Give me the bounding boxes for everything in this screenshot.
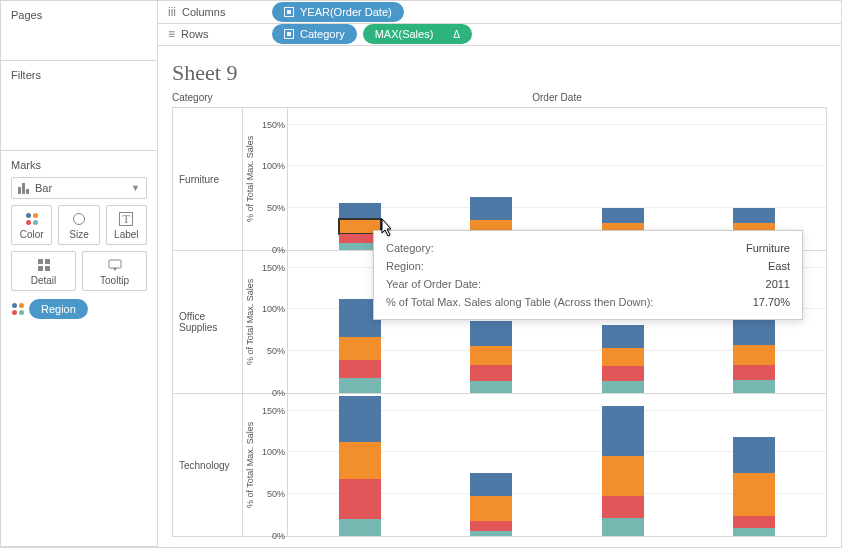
bar-segment[interactable]: [339, 479, 381, 519]
bar-segment[interactable]: [602, 348, 644, 366]
rows-pill-category[interactable]: Category: [272, 24, 357, 44]
bar-segment[interactable]: [733, 345, 775, 365]
y-tick: 150%: [262, 120, 285, 130]
tooltip-value: 2011: [766, 275, 790, 293]
bar-segment[interactable]: [470, 381, 512, 393]
bar[interactable]: [470, 108, 512, 250]
bar-segment[interactable]: [733, 473, 775, 516]
bar[interactable]: [602, 108, 644, 250]
tooltip-value: 17.70%: [753, 293, 790, 311]
marks-label-button[interactable]: T Label: [106, 205, 147, 245]
y-tick: 100%: [262, 304, 285, 314]
bar-segment[interactable]: [339, 337, 381, 360]
pages-panel: Pages: [1, 1, 157, 61]
row-label[interactable]: Technology: [173, 394, 242, 536]
marks-type-select[interactable]: Bar ▼: [11, 177, 147, 199]
rows-label: Rows: [181, 28, 209, 40]
bar-segment[interactable]: [733, 516, 775, 528]
bar[interactable]: [733, 394, 775, 536]
row-label[interactable]: Furniture: [173, 108, 242, 251]
bar[interactable]: [733, 108, 775, 250]
tooltip-icon: [108, 257, 122, 273]
columns-label: Columns: [182, 6, 225, 18]
bar-segment[interactable]: [339, 519, 381, 536]
bar-segment[interactable]: [470, 197, 512, 220]
bar-segment[interactable]: [470, 365, 512, 382]
bar-segment[interactable]: [470, 473, 512, 496]
tooltip-value: East: [768, 257, 790, 275]
marks-size-button[interactable]: Size: [58, 205, 99, 245]
rows-shelf[interactable]: ≡ Rows Category MAX(Sales) Δ: [158, 24, 841, 47]
filters-panel: Filters: [1, 61, 157, 151]
marks-size-label: Size: [69, 229, 88, 240]
y-tick: 150%: [262, 406, 285, 416]
color-icon: [25, 212, 39, 226]
tooltip-value: Furniture: [746, 239, 790, 257]
y-axis-title: % of Total Max. Sales: [243, 251, 257, 393]
tooltip-key: Region:: [386, 257, 424, 275]
bar[interactable]: [470, 394, 512, 536]
bar-segment[interactable]: [602, 366, 644, 381]
marks-detail-button[interactable]: Detail: [11, 251, 76, 291]
bar-segment[interactable]: [470, 531, 512, 536]
bar-segment[interactable]: [339, 396, 381, 442]
bar-segment[interactable]: [470, 521, 512, 531]
marks-color-button[interactable]: Color: [11, 205, 52, 245]
columns-shelf[interactable]: iii Columns YEAR(Order Date): [158, 1, 841, 24]
svg-rect-0: [38, 259, 43, 264]
bar-segment[interactable]: [733, 437, 775, 472]
bar[interactable]: [339, 394, 381, 536]
bar-segment[interactable]: [339, 203, 381, 220]
y-tick: 100%: [262, 161, 285, 171]
columns-pill-year-label: YEAR(Order Date): [300, 6, 392, 18]
bar-segment[interactable]: [602, 208, 644, 223]
bar-segment[interactable]: [602, 325, 644, 348]
marks-label-label: Label: [114, 229, 138, 240]
bar-segment[interactable]: [602, 406, 644, 456]
table-calc-icon: Δ: [453, 29, 460, 40]
tooltip: Category:FurnitureRegion:EastYear of Ord…: [373, 230, 803, 320]
svg-rect-1: [45, 259, 50, 264]
columns-pill-year[interactable]: YEAR(Order Date): [272, 2, 404, 22]
bar-icon: [18, 182, 29, 194]
bar-segment[interactable]: [470, 496, 512, 521]
bar-segment[interactable]: [733, 365, 775, 380]
bar-segment[interactable]: [470, 321, 512, 346]
bar-segment[interactable]: [602, 381, 644, 393]
marks-tooltip-button[interactable]: Tooltip: [82, 251, 147, 291]
bar-segment[interactable]: [339, 360, 381, 378]
label-icon: T: [119, 212, 133, 226]
marks-title: Marks: [11, 159, 147, 171]
y-axis-title: % of Total Max. Sales: [243, 394, 257, 536]
bar-segment[interactable]: [339, 442, 381, 480]
bar[interactable]: [602, 394, 644, 536]
row-label[interactable]: Office Supplies: [173, 251, 242, 394]
bar-segment[interactable]: [602, 518, 644, 536]
svg-rect-3: [45, 266, 50, 271]
pages-title: Pages: [11, 9, 147, 21]
marks-type-label: Bar: [35, 182, 52, 194]
bar-segment[interactable]: [470, 346, 512, 364]
bar-segment[interactable]: [733, 318, 775, 345]
bar-segment[interactable]: [733, 528, 775, 536]
marks-color-label: Color: [20, 229, 44, 240]
y-axis-title: % of Total Max. Sales: [243, 108, 257, 250]
tooltip-key: Year of Order Date:: [386, 275, 481, 293]
row-labels-column: FurnitureOffice SuppliesTechnology: [173, 108, 243, 536]
orderdate-header: Order Date: [287, 92, 827, 103]
y-axis-column: % of Total Max. Sales150%100%50%0%% of T…: [243, 108, 288, 536]
bar[interactable]: [339, 108, 381, 250]
bar-segment[interactable]: [602, 456, 644, 496]
detail-icon: [38, 257, 50, 273]
bar-segment[interactable]: [339, 378, 381, 393]
bar-segment[interactable]: [733, 208, 775, 223]
marks-region-pill[interactable]: Region: [29, 299, 88, 319]
rows-pill-category-label: Category: [300, 28, 345, 40]
tooltip-key: Category:: [386, 239, 434, 257]
sheet-title[interactable]: Sheet 9: [172, 60, 827, 86]
filters-title: Filters: [11, 69, 147, 81]
bar-segment[interactable]: [602, 496, 644, 518]
bar-segment[interactable]: [733, 380, 775, 393]
right-area: iii Columns YEAR(Order Date) ≡ Rows Cate…: [158, 1, 841, 547]
rows-pill-maxsales[interactable]: MAX(Sales) Δ: [363, 24, 472, 44]
